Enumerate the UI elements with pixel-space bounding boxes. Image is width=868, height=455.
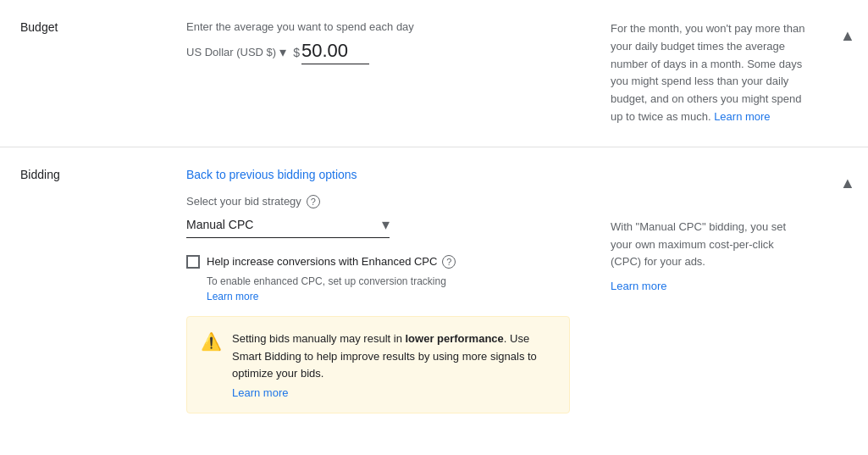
warning-bold-text: lower performance (405, 332, 503, 345)
budget-collapse-button[interactable]: ▲ (837, 24, 859, 48)
warning-learn-more-link[interactable]: Learn more (232, 386, 556, 399)
budget-info-learn-more[interactable]: Learn more (714, 110, 770, 123)
enhanced-cpc-label: Help increase conversions with Enhanced … (207, 255, 456, 269)
budget-amount-wrapper: $ 50.00 (293, 40, 369, 64)
currency-label: US Dollar (USD $) (186, 46, 276, 58)
enhanced-cpc-learn-more[interactable]: Learn more (186, 291, 570, 302)
budget-input-row: US Dollar (USD $) ▾ $ 50.00 (186, 40, 570, 64)
bid-strategy-select[interactable]: Manual CPC ▾ (186, 215, 390, 238)
enhanced-cpc-row: Help increase conversions with Enhanced … (186, 255, 570, 269)
bidding-section: Bidding Back to previous bidding options… (0, 147, 868, 434)
bid-strategy-help-icon[interactable]: ? (307, 195, 320, 208)
enhanced-cpc-label-text: Help increase conversions with Enhanced … (207, 255, 437, 268)
bid-strategy-label-text: Select your bid strategy (186, 195, 301, 208)
currency-dropdown-icon: ▾ (279, 44, 286, 60)
warning-text-body: Setting bids manually may result in lowe… (232, 330, 556, 383)
budget-content: Enter the average you want to spend each… (186, 20, 590, 126)
manual-bid-warning: ⚠️ Setting bids manually may result in l… (186, 316, 570, 413)
bidding-info-text: With "Manual CPC" bidding, you set your … (611, 219, 807, 271)
bidding-info-panel: With "Manual CPC" bidding, you set your … (590, 168, 827, 413)
warning-icon: ⚠️ (201, 331, 222, 399)
budget-label: Budget (0, 20, 186, 126)
bidding-label: Bidding (0, 168, 186, 413)
back-to-bidding-link[interactable]: Back to previous bidding options (186, 168, 357, 181)
budget-description: Enter the average you want to spend each… (186, 20, 570, 33)
bid-strategy-label-row: Select your bid strategy ? (186, 195, 570, 208)
bid-strategy-value: Manual CPC (186, 218, 253, 231)
bid-strategy-dropdown-icon: ▾ (382, 215, 390, 234)
bidding-collapse-button[interactable]: ▲ (837, 171, 859, 196)
budget-info-panel: For the month, you won't pay more than y… (590, 20, 827, 126)
budget-amount-input[interactable]: 50.00 (301, 40, 369, 64)
enhanced-cpc-checkbox[interactable] (186, 255, 200, 269)
currency-selector[interactable]: US Dollar (USD $) ▾ (186, 44, 286, 60)
bidding-content: Back to previous bidding options Select … (186, 168, 590, 413)
budget-info-text: For the month, you won't pay more than y… (611, 22, 804, 123)
dollar-sign: $ (293, 46, 300, 59)
enhanced-cpc-hint: To enable enhanced CPC, set up conversio… (186, 275, 570, 287)
enhanced-cpc-help-icon[interactable]: ? (442, 255, 456, 269)
budget-collapse: ▲ (827, 20, 868, 126)
budget-section: Budget Enter the average you want to spe… (0, 0, 868, 147)
warning-content: Setting bids manually may result in lowe… (232, 330, 556, 399)
warning-text-before: Setting bids manually may result in (232, 332, 405, 345)
bidding-collapse: ▲ (827, 168, 868, 413)
bidding-info-learn-more[interactable]: Learn more (611, 280, 666, 292)
